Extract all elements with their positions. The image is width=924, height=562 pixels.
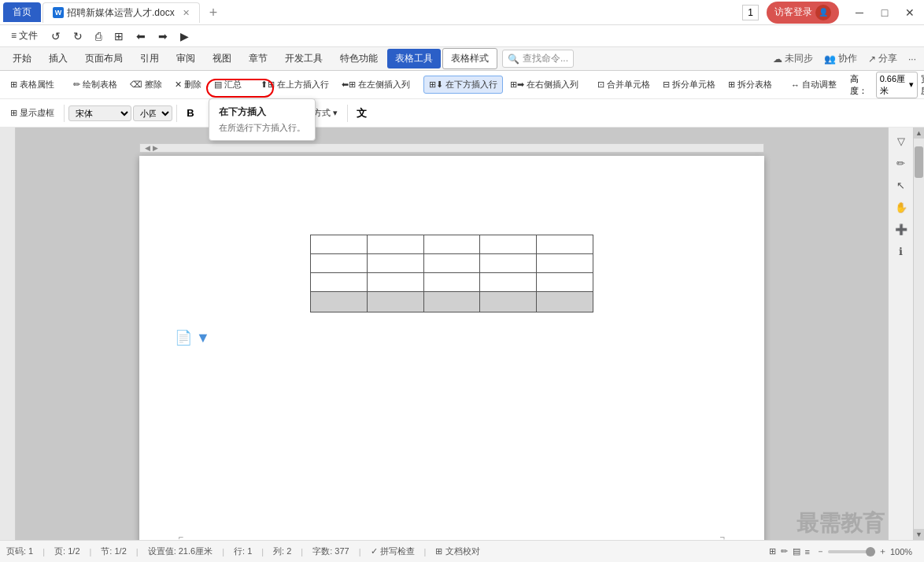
view-icon-2[interactable]: ✏ xyxy=(781,546,788,556)
zoom-track[interactable] xyxy=(828,550,875,553)
split-table-btn[interactable]: ⊞ 拆分表格 xyxy=(723,76,778,94)
doc-scroll-area[interactable]: ◀ ▶ 📄 ▼ xyxy=(16,128,888,540)
print-btn[interactable]: ⎙ xyxy=(90,27,107,46)
sidebar-edit-icon[interactable]: ✏ xyxy=(893,154,910,172)
sep10 xyxy=(347,105,348,122)
height-label: 高度： xyxy=(850,73,873,97)
scroll-up-btn[interactable]: ▲ xyxy=(914,128,924,139)
maximize-btn[interactable]: □ xyxy=(874,2,896,24)
table-cell xyxy=(367,235,423,254)
erase-btn[interactable]: ⌫ 擦除 xyxy=(124,76,168,94)
auto-adjust-btn[interactable]: ↔ 自动调整 xyxy=(785,76,842,94)
split-cells-btn[interactable]: ⊟ 拆分单元格 xyxy=(657,76,721,94)
tab-close-btn[interactable]: ✕ xyxy=(183,8,190,18)
title-bar: 首页 W 招聘新媒体运营人才.docx ✕ + 1 访客登录 👤 ─ □ ✕ xyxy=(0,0,924,25)
right-sidebar: ▽ ✏ ↖ ✋ ➕ ℹ xyxy=(888,128,913,540)
menu-file[interactable]: ≡ 文件 xyxy=(5,27,44,45)
scroll-thumb[interactable] xyxy=(915,146,923,178)
toolbar-row-1: ⊞ 表格属性 ✏ 绘制表格 ⌫ 擦除 ✕ 删除 ▤ 汇总 ⬆⊞ 在上方插入行 ⬅… xyxy=(0,71,924,99)
collab-btn[interactable]: 👥 协作 xyxy=(821,50,860,67)
insert-below-icon: ⊞⬇ xyxy=(429,79,443,90)
view-icon-3[interactable]: ▤ xyxy=(793,546,800,556)
insert-below-btn[interactable]: ⊞⬇ 在下方插入行 xyxy=(423,76,503,94)
tab-devtools[interactable]: 开发工具 xyxy=(277,49,331,68)
visitor-avatar: 👤 xyxy=(815,5,831,20)
window-controls: 1 访客登录 👤 ─ □ ✕ xyxy=(742,2,921,24)
tab-table-style[interactable]: 表格样式 xyxy=(442,48,497,69)
scroll-down-btn[interactable]: ▼ xyxy=(914,529,924,540)
font-size-select[interactable]: 小四 xyxy=(133,105,172,121)
status-page: 页码: 1 xyxy=(6,545,33,557)
import-btn[interactable]: ▤ 汇总 xyxy=(209,76,247,94)
play-btn[interactable]: ▶ xyxy=(175,27,194,46)
visitor-login-btn[interactable]: 访客登录 👤 xyxy=(767,2,839,24)
bold-btn[interactable]: B xyxy=(181,104,200,123)
top-ruler: ◀ ▶ xyxy=(139,143,764,153)
delete-btn[interactable]: ✕ 删除 xyxy=(169,76,207,94)
text-btn[interactable]: 文 xyxy=(352,104,371,123)
sidebar-cursor-icon[interactable]: ↖ xyxy=(893,176,910,194)
import-icon: ▤ xyxy=(214,79,222,90)
tab-review[interactable]: 审阅 xyxy=(168,49,203,68)
redo2-btn[interactable]: ➡ xyxy=(153,27,173,46)
status-bar: 页码: 1 | 页: 1/2 | 节: 1/2 | 设置值: 21.6厘米 | … xyxy=(0,540,924,562)
status-doc-align[interactable]: ⊞ 文档校对 xyxy=(435,545,479,557)
merge-cells-btn[interactable]: ⊡ 合并单元格 xyxy=(592,76,656,94)
zoom-in-btn[interactable]: ＋ xyxy=(878,545,887,557)
doc-file-icon: 📄 ▼ xyxy=(175,329,210,346)
left-ruler xyxy=(0,128,16,540)
tab-start[interactable]: 开始 xyxy=(5,49,39,68)
sidebar-filter-icon[interactable]: ▽ xyxy=(893,132,910,150)
insert-right-btn[interactable]: ⊞➡ 在右侧插入列 xyxy=(505,76,584,94)
new-tab-btn[interactable]: + xyxy=(201,2,226,23)
sep7 xyxy=(64,105,65,122)
table-props-btn[interactable]: ⊞ 表格属性 xyxy=(5,76,60,94)
tab-insert[interactable]: 插入 xyxy=(41,49,76,68)
undo2-btn[interactable]: ⬅ xyxy=(131,27,151,46)
draw-table-btn[interactable]: ✏ 绘制表格 xyxy=(68,76,123,94)
insert-left-btn[interactable]: ⬅⊞ 在左侧插入列 xyxy=(336,76,416,94)
status-page-total: 页: 1/2 xyxy=(54,545,79,557)
zoom-thumb[interactable] xyxy=(866,547,875,556)
tooltip-title: 在下方插入 xyxy=(219,105,305,119)
sidebar-plus-icon[interactable]: ➕ xyxy=(893,220,910,238)
undo-btn[interactable]: ↺ xyxy=(46,27,66,46)
insert-above-btn[interactable]: ⬆⊞ 在上方插入行 xyxy=(255,76,334,94)
share-btn[interactable]: ↗ 分享 xyxy=(865,50,900,67)
tab-table-tools[interactable]: 表格工具 xyxy=(387,49,441,68)
more-btn[interactable]: ··· xyxy=(905,52,919,66)
tab-doc[interactable]: W 招聘新媒体运营人才.docx ✕ xyxy=(43,2,200,23)
view-mode-icons: ⊞ ✏ ▤ ≡ xyxy=(769,546,810,556)
search-cmd[interactable]: 🔍 查找命令... xyxy=(502,50,574,68)
status-row: 行: 1 xyxy=(234,545,252,557)
zoom-out-btn[interactable]: － xyxy=(816,545,825,557)
redo-btn[interactable]: ↻ xyxy=(68,27,88,46)
status-spellcheck[interactable]: ✓ 拼写检查 xyxy=(371,545,415,557)
view-icon-1[interactable]: ⊞ xyxy=(769,546,776,556)
tab-chapter[interactable]: 章节 xyxy=(241,49,275,68)
tab-ref[interactable]: 引用 xyxy=(132,49,167,68)
minimize-btn[interactable]: ─ xyxy=(848,2,870,24)
sync-btn[interactable]: ☁ 未同步 xyxy=(770,50,816,67)
show-marks-icon: ⊞ xyxy=(10,108,17,118)
format-btn[interactable]: ⊞ xyxy=(109,27,129,46)
tab-special[interactable]: 特色功能 xyxy=(332,49,386,68)
show-marks-btn[interactable]: ⊞ 显示虚框 xyxy=(5,104,60,122)
table-cell-shaded xyxy=(537,292,593,312)
view-icon-4[interactable]: ≡ xyxy=(805,547,810,556)
table-cell xyxy=(537,254,593,273)
font-family-select[interactable]: 宋体 xyxy=(68,105,131,121)
close-btn[interactable]: ✕ xyxy=(899,2,921,24)
sidebar-hand-icon[interactable]: ✋ xyxy=(893,198,910,216)
table-cell xyxy=(367,254,423,273)
right-scrollbar[interactable]: ▲ ▼ xyxy=(913,128,924,540)
height-input[interactable]: 0.66厘米 ▾ xyxy=(876,72,918,98)
tab-home[interactable]: 首页 xyxy=(3,2,41,22)
tab-view[interactable]: 视图 xyxy=(205,49,239,68)
table-props-icon: ⊞ xyxy=(10,79,17,90)
tab-layout[interactable]: 页面布局 xyxy=(77,49,131,68)
doc-area: ◀ ▶ 📄 ▼ xyxy=(0,128,924,540)
sidebar-info-icon[interactable]: ℹ xyxy=(893,242,910,260)
scroll-track[interactable] xyxy=(914,139,924,529)
table-cell-shaded xyxy=(423,292,480,312)
